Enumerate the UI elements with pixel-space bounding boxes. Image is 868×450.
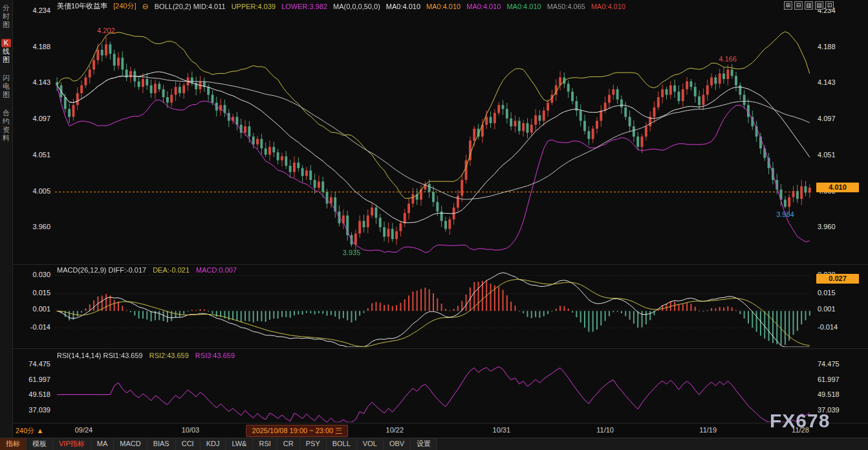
- toolbar-item-PSY[interactable]: PSY: [300, 438, 327, 450]
- left-sidebar: 分时图K线图闪电图合约资料: [0, 0, 13, 438]
- main-price-tick: 4.188: [818, 43, 858, 51]
- toolbar-item-CCI[interactable]: CCI: [176, 438, 201, 450]
- rsi-tick: 49.518: [17, 390, 50, 398]
- indicator-token: MA0:4.010: [591, 3, 625, 10]
- sidebar-item-char: 图: [0, 91, 12, 99]
- sidebar-item-minute-chart[interactable]: 分时图: [0, 4, 12, 29]
- window-layout-icon-5[interactable]: ⊡: [825, 1, 834, 10]
- hovered-bar-datetime: 2025/10/08 19:00 ~ 23:00 三: [246, 425, 349, 437]
- main-price-tick: 4.005: [17, 187, 50, 195]
- main-price-tick: 4.097: [17, 115, 50, 122]
- watermark-logo: FX678: [770, 410, 830, 432]
- indicator-token: MACD(26,12,9) DIFF:-0.017: [57, 266, 146, 274]
- main-chart-canvas[interactable]: [55, 6, 812, 264]
- time-axis: 240分 ▲ 2025/10/08 19:00 ~ 23:00 三 09/241…: [0, 423, 868, 437]
- main-price-tick: 4.234: [17, 6, 50, 14]
- main-price-tick: 4.051: [818, 151, 858, 159]
- macd-tick: 0.001: [818, 305, 858, 313]
- indicator-token: RSI2:43.659: [149, 352, 189, 359]
- sidebar-item-char: 电: [0, 82, 12, 91]
- indicator-token: MA0:4.010: [386, 3, 420, 10]
- toolbar-item-OBV[interactable]: OBV: [384, 438, 411, 450]
- sidebar-item-char: 分: [0, 4, 12, 12]
- price-annotation: 3.935: [336, 249, 367, 256]
- date-tick: 10/03: [182, 426, 200, 434]
- window-layout-icon-1[interactable]: ⊞: [784, 1, 792, 10]
- indicator-token: MA0:4.010: [426, 3, 461, 10]
- macd-tick: -0.014: [818, 323, 858, 331]
- window-layout-icon-3[interactable]: ▥: [805, 1, 813, 10]
- indicator-token: MACD:0.007: [196, 266, 237, 274]
- price-annotation: 4.202: [91, 27, 122, 34]
- rsi-tick: 37.039: [17, 406, 50, 414]
- date-tick: 10/22: [386, 426, 404, 434]
- toolbar-item-RSI[interactable]: RSI: [253, 438, 277, 450]
- trading-app: 分时图K线图闪电图合约资料 美债10年收益率 [240分] ⊖ BOLL(20,…: [0, 0, 868, 450]
- price-annotation: 3.984: [770, 210, 801, 218]
- timeframe-label: 240分: [16, 427, 34, 434]
- window-layout-icon-2[interactable]: ⊟: [794, 1, 803, 10]
- window-layout-controls: ⊞⊟▥▤⊡: [784, 1, 834, 10]
- toolbar-item-VIP指标[interactable]: VIP指标: [53, 438, 91, 450]
- price-annotation: 4.166: [712, 55, 743, 63]
- toolbar-item-MACD[interactable]: MACD: [114, 438, 147, 450]
- panel-divider: [0, 264, 868, 265]
- date-tick: 11/10: [596, 426, 614, 434]
- chevron-up-icon: ▲: [36, 427, 43, 434]
- indicator-token: RSI3:43.659: [195, 352, 235, 359]
- macd-tick: 0.001: [17, 305, 50, 313]
- sidebar-item-char: 线: [0, 47, 12, 56]
- toolbar-item-BOLL[interactable]: BOLL: [327, 438, 357, 450]
- sidebar-item-char: 闪: [0, 74, 12, 82]
- toolbar-item-MA[interactable]: MA: [91, 438, 114, 450]
- rsi-tick: 74.475: [818, 360, 858, 368]
- last-price-tag: 4.010: [816, 183, 859, 192]
- panel-divider: [0, 348, 868, 349]
- toolbar-item-模板[interactable]: 模板: [27, 438, 53, 450]
- rsi-tick: 49.518: [818, 390, 858, 398]
- sidebar-item-flash-chart[interactable]: 闪电图: [0, 74, 12, 99]
- chart-header: 美债10年收益率 [240分] ⊖ BOLL(20,2) MID:4.011UP…: [57, 1, 625, 11]
- toolbar-item-KDJ[interactable]: KDJ: [201, 438, 226, 450]
- rsi-chart-canvas[interactable]: [55, 350, 812, 422]
- macd-tick: 0.015: [17, 289, 50, 297]
- sidebar-item-kline-chart[interactable]: K线图: [0, 39, 12, 64]
- toolbar-item-CR[interactable]: CR: [277, 438, 300, 450]
- macd-tick: -0.014: [17, 323, 50, 331]
- indicator-token: MA0:4.010: [506, 3, 541, 10]
- indicator-token: LOWER:3.982: [281, 3, 327, 10]
- indicator-token: UPPER:4.039: [232, 3, 276, 10]
- timeframe-badge: [240分]: [113, 1, 136, 11]
- window-layout-icon-4[interactable]: ▤: [815, 1, 823, 10]
- toolbar-item-指标[interactable]: 指标: [0, 438, 27, 450]
- rsi-header: RSI(14,14,14) RSI1:43.659RSI2:43.659RSI3…: [57, 352, 235, 359]
- rsi-tick: 61.997: [818, 376, 858, 383]
- sidebar-item-contract-info[interactable]: 合约资料: [0, 109, 12, 142]
- sidebar-item-char: 时: [0, 12, 12, 21]
- indicator-readout: BOLL(20,2) MID:4.011UPPER:4.039LOWER:3.9…: [155, 3, 625, 10]
- macd-header: MACD(26,12,9) DIFF:-0.017DEA:-0.021MACD:…: [57, 266, 237, 274]
- sidebar-item-char: 图: [0, 21, 12, 29]
- timeframe-selector[interactable]: 240分 ▲: [16, 426, 43, 436]
- sidebar-item-char: 料: [0, 134, 12, 142]
- collapse-icon[interactable]: ⊖: [142, 2, 149, 11]
- main-price-tick: 3.960: [17, 223, 50, 231]
- toolbar-item-LW&[interactable]: LW&: [226, 438, 253, 450]
- main-price-tick: 4.143: [818, 78, 858, 86]
- main-price-tick: 4.143: [17, 78, 50, 86]
- macd-tick: 0.015: [818, 289, 858, 297]
- sidebar-item-char: K: [1, 39, 11, 47]
- rsi-tick: 61.997: [17, 376, 50, 383]
- bottom-toolbar: 指标模板VIP指标MAMACDBIASCCIKDJLW&RSICRPSYBOLL…: [0, 438, 868, 450]
- macd-tick: 0.030: [17, 271, 50, 278]
- sidebar-item-char: 约: [0, 117, 12, 126]
- toolbar-item-BIAS[interactable]: BIAS: [147, 438, 176, 450]
- indicator-token: RSI(14,14,14) RSI1:43.659: [57, 352, 143, 359]
- main-price-tick: 3.960: [818, 223, 858, 231]
- toolbar-item-VOL[interactable]: VOL: [357, 438, 384, 450]
- sidebar-item-char: 图: [0, 56, 12, 64]
- date-tick: 10/31: [493, 426, 511, 434]
- symbol-title: 美债10年收益率: [57, 1, 107, 11]
- macd-chart-canvas[interactable]: [55, 267, 812, 347]
- toolbar-item-设置[interactable]: 设置: [411, 438, 437, 450]
